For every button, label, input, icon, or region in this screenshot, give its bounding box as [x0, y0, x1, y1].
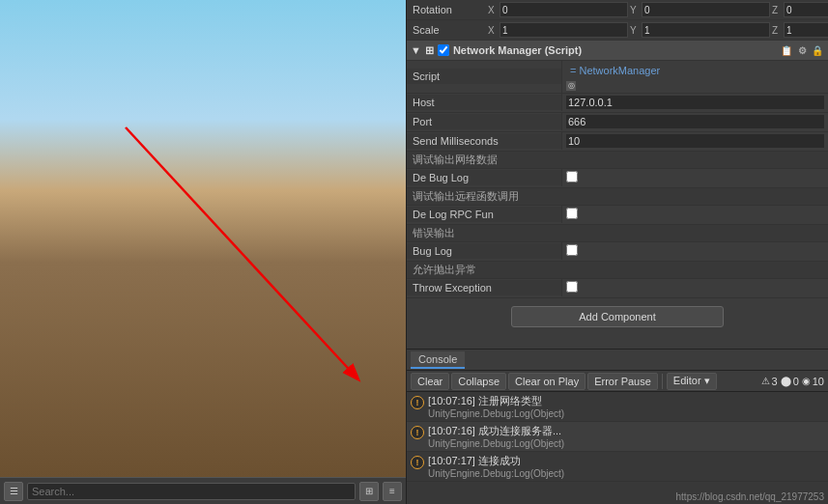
- red-arrow: [0, 0, 406, 477]
- debug-log-checkbox[interactable]: [566, 171, 578, 182]
- console-header: Console: [407, 350, 828, 371]
- throw-checkbox[interactable]: [566, 281, 578, 293]
- script-link-icon[interactable]: ◎: [566, 81, 576, 91]
- script-label: Script: [407, 69, 561, 84]
- watermark: https://blog.csdn.net/qq_21977253: [676, 491, 824, 502]
- script-value-cell: = NetworkManager ◎: [561, 61, 828, 93]
- log-count-value: 10: [813, 376, 824, 387]
- settings-icon[interactable]: ⚙: [795, 43, 809, 57]
- book-icon[interactable]: 📋: [780, 43, 793, 57]
- component-title: Network Manager (Script): [453, 44, 582, 56]
- scale-z-field: Z: [772, 22, 828, 38]
- add-component-row: Add Component: [407, 298, 828, 335]
- network-manager-header: ▼ ⊞ Network Manager (Script) 📋 ⚙ 🔒: [407, 41, 828, 61]
- rotation-row: Rotation X Y Z: [407, 0, 828, 20]
- send-ms-row: Send Milliseconds: [407, 132, 828, 152]
- host-row: Host: [407, 94, 828, 113]
- throw-label: Throw Exception: [407, 280, 561, 295]
- host-label: Host: [407, 95, 561, 110]
- layers-icon[interactable]: ⊞: [359, 482, 379, 501]
- add-component-button[interactable]: Add Component: [511, 306, 724, 327]
- collapse-button[interactable]: Collapse: [451, 373, 506, 390]
- exception-section-cn: 允许抛出异常: [407, 262, 828, 279]
- rotation-z-axis: Z: [772, 5, 782, 15]
- message-content: [10:07:16] 成功连接服务器...UnityEngine.Debug:L…: [428, 424, 824, 449]
- search-input[interactable]: [27, 483, 356, 500]
- rotation-label: Rotation: [407, 2, 484, 17]
- component-grid-icon: ⊞: [425, 44, 434, 57]
- message-content: [10:07:16] 注册网络类型UnityEngine.Debug:Log(O…: [428, 394, 824, 419]
- message-line2: UnityEngine.Debug:Log(Object): [428, 468, 824, 479]
- rpc-label: De Log RPC Fun: [407, 207, 561, 222]
- component-enabled-checkbox[interactable]: [438, 44, 449, 56]
- error-pause-button[interactable]: Error Pause: [587, 373, 658, 390]
- debug-log-value: [561, 169, 828, 186]
- port-input[interactable]: [566, 115, 824, 128]
- editor-dropdown-button[interactable]: Editor ▾: [667, 373, 717, 390]
- clear-button[interactable]: Clear: [411, 373, 449, 390]
- transform-section: Rotation X Y Z Scal: [407, 0, 828, 41]
- scale-label: Scale: [407, 22, 484, 38]
- rpc-section-cn: 调试输出远程函数调用: [407, 188, 828, 206]
- console-message[interactable]: ![10:07:16] 成功连接服务器...UnityEngine.Debug:…: [407, 422, 828, 452]
- component-expand-icon[interactable]: ▼: [411, 44, 421, 56]
- console-messages: ![10:07:16] 注册网络类型UnityEngine.Debug:Log(…: [407, 392, 828, 504]
- toolbar-separator: [662, 374, 663, 389]
- message-line1: [10:07:16] 成功连接服务器...: [428, 424, 824, 438]
- scene-toolbar: ☰ ⊞ ≡: [0, 477, 406, 504]
- rotation-y-axis: Y: [630, 5, 640, 15]
- scale-row: Scale X Y Z: [407, 20, 828, 41]
- scale-y-input[interactable]: [642, 22, 770, 38]
- port-row: Port: [407, 113, 828, 132]
- bug-log-checkbox[interactable]: [566, 244, 578, 256]
- scale-x-field: X: [488, 22, 628, 38]
- port-label: Port: [407, 114, 561, 129]
- error-count: ⬤ 0: [781, 376, 799, 387]
- console-panel: Console Clear Collapse Clear on Play Err…: [407, 350, 828, 504]
- options-icon[interactable]: ≡: [383, 482, 402, 501]
- triangle-warning-icon: ⚠: [761, 376, 770, 386]
- scene-view: [0, 0, 406, 477]
- message-line1: [10:07:17] 连接成功: [428, 454, 824, 468]
- message-line2: UnityEngine.Debug:Log(Object): [428, 438, 824, 449]
- console-tab[interactable]: Console: [411, 351, 465, 369]
- throw-row: Throw Exception: [407, 279, 828, 298]
- lock-icon[interactable]: 🔒: [811, 43, 824, 57]
- bug-log-row: Bug Log: [407, 242, 828, 262]
- scene-settings-icon[interactable]: ☰: [4, 482, 23, 501]
- log-icon: ◉: [802, 376, 811, 386]
- rotation-x-field: X: [488, 2, 628, 17]
- message-warning-icon: !: [411, 426, 424, 439]
- send-ms-label: Send Milliseconds: [407, 133, 561, 149]
- console-message[interactable]: ![10:07:16] 注册网络类型UnityEngine.Debug:Log(…: [407, 392, 828, 422]
- message-line1: [10:07:16] 注册网络类型: [428, 394, 824, 408]
- rpc-row: De Log RPC Fun: [407, 206, 828, 225]
- console-toolbar: Clear Collapse Clear on Play Error Pause…: [407, 371, 828, 392]
- rotation-z-input[interactable]: [784, 2, 828, 17]
- console-counts: ⚠ 3 ⬤ 0 ◉ 10: [761, 376, 825, 387]
- right-panel: Rotation X Y Z Scal: [406, 0, 828, 504]
- scale-x-input[interactable]: [500, 22, 628, 38]
- console-message[interactable]: ![10:07:17] 连接成功UnityEngine.Debug:Log(Ob…: [407, 452, 828, 482]
- warning-count-value: 3: [772, 376, 778, 387]
- message-warning-icon: !: [411, 396, 424, 409]
- inspector: Rotation X Y Z Scal: [407, 0, 828, 350]
- message-line2: UnityEngine.Debug:Log(Object): [428, 408, 824, 419]
- log-count: ◉ 10: [802, 376, 824, 387]
- rotation-z-field: Z: [772, 2, 828, 17]
- host-input[interactable]: [566, 96, 824, 109]
- rpc-value: [561, 206, 828, 223]
- debug-section-cn: 调试输出网络数据: [407, 152, 828, 169]
- rotation-x-input[interactable]: [500, 2, 628, 17]
- send-ms-input[interactable]: [566, 134, 824, 148]
- rotation-y-input[interactable]: [642, 2, 770, 17]
- scale-y-axis: Y: [630, 25, 640, 36]
- scale-values: X Y Z: [484, 20, 828, 40]
- clear-on-play-button[interactable]: Clear on Play: [508, 373, 585, 390]
- script-value[interactable]: = NetworkManager: [566, 63, 824, 78]
- svg-line-1: [126, 127, 357, 378]
- scale-z-input[interactable]: [784, 22, 828, 38]
- rotation-values: X Y Z: [484, 0, 828, 19]
- error-count-value: 0: [793, 376, 799, 387]
- rpc-checkbox[interactable]: [566, 208, 578, 219]
